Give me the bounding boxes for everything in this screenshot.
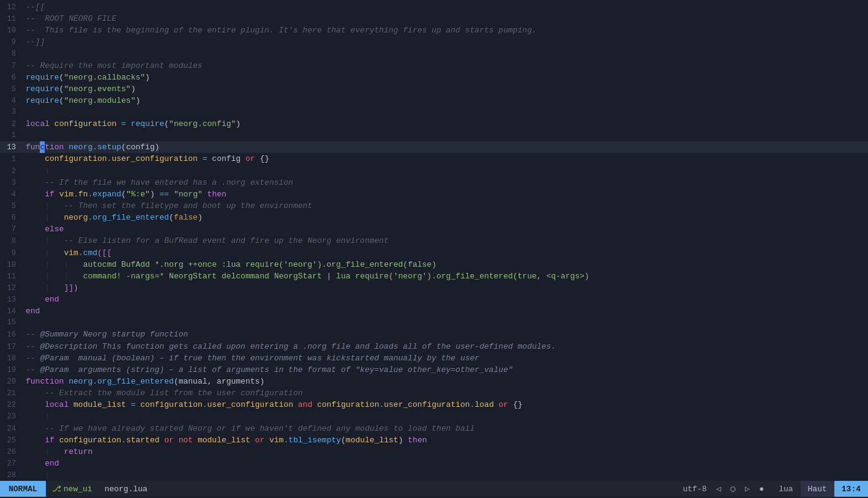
line-content: | [22, 165, 868, 177]
line-number: 17 [0, 341, 22, 353]
line-content: -- If we have already started Neorg or i… [22, 423, 868, 434]
line: 7 else [0, 223, 868, 235]
line-content: | ]]) [22, 282, 868, 294]
line: 3 -- If the file we have entered has a .… [0, 177, 868, 188]
line-number: 7 [0, 61, 22, 72]
line-number: 11 [0, 13, 22, 25]
line: 6 require("neorg.callbacks") [0, 72, 868, 83]
line: 10 | | autocmd BufAdd *.norg ++once :lua… [0, 259, 868, 270]
line: 5 require("neorg.events") [0, 83, 868, 95]
status-pos-label: Haut [801, 481, 834, 497]
line-content: end [22, 458, 868, 469]
line-number: 2 [0, 119, 22, 130]
code-area: 12 --[[ 11 -- ROOT NEORG FILE 10 -- This… [0, 1, 868, 481]
line-number: 28 [0, 470, 22, 481]
line-number: 26 [0, 447, 22, 458]
line-number: 22 [0, 400, 22, 411]
line-number: 10 [0, 259, 22, 271]
line: 15 [0, 317, 868, 329]
status-mode: NORMAL [0, 481, 46, 497]
line-number: 25 [0, 435, 22, 447]
line: 23 | [0, 411, 868, 422]
line-content: local configuration = require("neorg.con… [22, 118, 868, 130]
line-number: 10 [0, 25, 22, 37]
line-content: function neorg.setup(config) [22, 141, 868, 153]
status-branch: ⎇ new_ui [46, 484, 99, 494]
line: 27 end [0, 458, 868, 469]
line: 11 -- ROOT NEORG FILE [0, 13, 868, 24]
line-number: 4 [0, 95, 22, 107]
line-content: else [22, 223, 868, 235]
line-number: 1 [0, 154, 22, 165]
line-content: if configuration.started or not module_l… [22, 434, 868, 446]
line: 1 configuration.user_configuration = con… [0, 153, 868, 165]
line-number: 20 [0, 376, 22, 388]
line-content: -- If the file we have entered has a .no… [22, 177, 868, 188]
line-number: 6 [0, 72, 22, 84]
line: 8 [0, 48, 868, 60]
line-number: 18 [0, 353, 22, 365]
line-content: | [22, 469, 868, 481]
line: 14 end [0, 305, 868, 317]
branch-icon: ⎇ [52, 484, 61, 494]
line: 25 if configuration.started or not modul… [0, 434, 868, 446]
line: 11 | | command! -nargs=* NeorgStart delc… [0, 270, 868, 282]
line-number: 8 [0, 48, 22, 60]
line-content: -- @Description This function gets calle… [22, 341, 868, 352]
status-encoding: utf-8 ◁ ◯ ▷ ● [675, 484, 771, 494]
current-line: 13 function neorg.setup(config) [0, 141, 868, 153]
line-number: 1 [0, 130, 22, 141]
line-number: 9 [0, 248, 22, 259]
line-content: local module_list = configuration.user_c… [22, 399, 868, 411]
line-content: require("neorg.events") [22, 83, 868, 95]
line-content: -- Extract the module list from the user… [22, 387, 868, 399]
statusbar: NORMAL ⎇ new_ui neorg.lua utf-8 ◁ ◯ ▷ ● … [0, 481, 868, 497]
line: 12 --[[ [0, 1, 868, 13]
line-number: 12 [0, 283, 22, 294]
status-right: utf-8 ◁ ◯ ▷ ● lua Haut 13:4 [675, 481, 868, 497]
line-number: 24 [0, 423, 22, 435]
line-number: 21 [0, 388, 22, 400]
line-content: if vim.fn.expand("%:e") == "norg" then [22, 188, 868, 200]
line-content: | -- Then set the filetype and boot up t… [22, 200, 868, 212]
line: 18 -- @Param manual (boolean) – if true … [0, 352, 868, 364]
line-number: 4 [0, 189, 22, 201]
line-number: 19 [0, 365, 22, 376]
line-content: require("neorg.callbacks") [22, 72, 868, 83]
line: 26 | return [0, 446, 868, 458]
line-number: 11 [0, 271, 22, 283]
line: 5 | -- Then set the filetype and boot up… [0, 200, 868, 212]
line-number: 3 [0, 177, 22, 189]
line: 6 | neorg.org_file_entered(false) [0, 212, 868, 223]
line-content: | return [22, 446, 868, 458]
line: 9 | vim.cmd([[ [0, 247, 868, 259]
line: 7 -- Require the most important modules [0, 60, 868, 72]
line-number: 15 [0, 317, 22, 329]
line-content: require("neorg.modules") [22, 95, 868, 106]
line: 4 require("neorg.modules") [0, 95, 868, 106]
line-number: 23 [0, 411, 22, 423]
line-number: 8 [0, 236, 22, 247]
line-content: function neorg.org_file_entered(manual, … [22, 376, 868, 387]
line-content: --]] [22, 36, 868, 48]
line-content: | vim.cmd([[ [22, 247, 868, 259]
line: 2 local configuration = require("neorg.c… [0, 118, 868, 130]
line: 28 | [0, 469, 868, 481]
line-content: end [22, 294, 868, 305]
line-content: -- ROOT NEORG FILE [22, 13, 868, 24]
line-content: --[[ [22, 1, 868, 13]
line: 8 | -- Else listen for a BufRead event a… [0, 235, 868, 247]
line-content: | | command! -nargs=* NeorgStart delcomm… [22, 270, 868, 282]
line-content: configuration.user_configuration = confi… [22, 153, 868, 165]
line: 22 local module_list = configuration.use… [0, 399, 868, 411]
line-number: 5 [0, 84, 22, 95]
line: 17 -- @Description This function gets ca… [0, 341, 868, 352]
line-number: 5 [0, 201, 22, 212]
line-number: 9 [0, 37, 22, 48]
status-position: 13:4 [834, 481, 868, 497]
status-filetype: lua [771, 485, 800, 494]
line-number: 13 [0, 142, 22, 154]
line-number: 16 [0, 329, 22, 341]
line-content: end [22, 305, 868, 317]
line: 13 end [0, 294, 868, 305]
